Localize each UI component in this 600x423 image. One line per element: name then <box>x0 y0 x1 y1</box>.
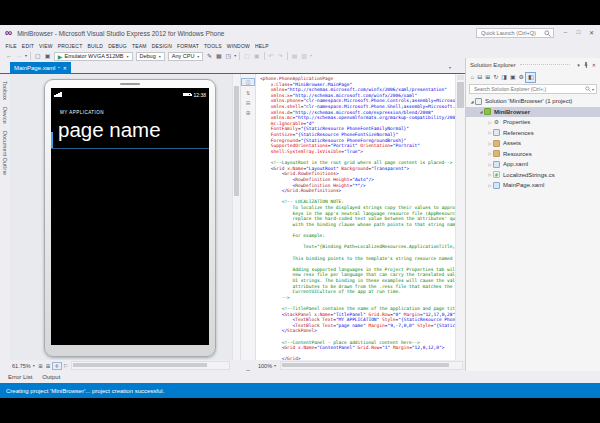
chevron-down-icon[interactable]: ▾ <box>274 363 276 368</box>
solution-search-input[interactable] <box>472 85 585 93</box>
swap-panes-icon[interactable]: ⇅ <box>241 90 255 96</box>
tree-item-localizedstrings-cs[interactable]: ▷#LocalizedStrings.cs <box>466 170 600 181</box>
new-project-icon[interactable]: ▢ <box>33 51 43 61</box>
tree-item-resources[interactable]: ▷Resources <box>466 149 600 160</box>
code-line[interactable]: with the binding clause whose path point… <box>260 222 455 228</box>
chevron-down-icon[interactable]: ▾ <box>33 363 35 368</box>
collapse-pane-icon[interactable]: ◫ <box>241 78 255 86</box>
tree-item-mainpage-xaml[interactable]: ▷MainPage.xaml <box>466 180 600 191</box>
quick-launch-box[interactable] <box>476 28 554 38</box>
code-line[interactable]: This binding points to the template's st… <box>260 256 455 262</box>
menu-item-debug[interactable]: DEBUG <box>106 43 130 49</box>
preview-selected-items-icon[interactable]: ◧ <box>525 72 536 83</box>
menu-item-file[interactable]: FILE <box>3 43 19 49</box>
xaml-editor[interactable]: <phone:PhoneApplicationPage x:Class="Min… <box>256 74 455 360</box>
build-icon[interactable]: ▦ <box>214 51 224 61</box>
menu-item-view[interactable]: VIEW <box>37 43 56 49</box>
designer-xaml-splitter[interactable]: ◫⇅⊟⊞ <box>240 74 256 360</box>
undo-icon[interactable]: ↶ <box>267 51 276 61</box>
solution-config-dropdown[interactable]: Debug ▾ <box>136 52 165 61</box>
horizontal-split-icon[interactable]: ⊟ <box>241 100 255 106</box>
phone-screen[interactable]: 12:38 MY APPLICATION page name <box>51 88 209 345</box>
menu-item-build[interactable]: BUILD <box>85 43 106 49</box>
tree-item-assets[interactable]: ▷Assets <box>466 138 600 149</box>
tree-item-properties[interactable]: ▷⚙Properties <box>466 117 600 128</box>
designer-canvas[interactable]: 12:38 MY APPLICATION page name <box>10 74 232 360</box>
maximize-button[interactable]: □ <box>572 26 585 38</box>
menu-item-project[interactable]: PROJECT <box>55 43 85 49</box>
splitter-bottom-handle[interactable]: ⊟ <box>240 360 256 371</box>
menu-item-format[interactable]: FORMAT <box>175 43 202 49</box>
editor-horizontal-scrollbar[interactable] <box>280 361 463 370</box>
side-tab-document-outline[interactable]: Document Outline <box>2 131 8 175</box>
phone-artboard[interactable]: 12:38 MY APPLICATION page name <box>44 79 216 357</box>
panel-close-icon[interactable]: ✕ <box>592 62 596 68</box>
save-icon[interactable]: ▢ <box>242 51 252 61</box>
snap-to-gridlines-icon[interactable]: ✛ <box>52 362 62 370</box>
designer-vertical-scrollbar[interactable] <box>232 74 240 360</box>
save-all-icon[interactable]: ▣ <box>252 51 262 61</box>
code-line[interactable]: <Grid x:Name="ContentPanel" Grid.Row="1"… <box>260 345 455 351</box>
nav-history-dropdown-icon[interactable]: ▾ <box>24 51 28 61</box>
nest-files-icon[interactable]: ◨ <box>500 73 509 82</box>
tree-item-solution-minibrowser-1-project[interactable]: ◢Solution 'MiniBrowser' (1 project) <box>466 96 600 107</box>
solution-platform-dropdown[interactable]: Any CPU ▾ <box>168 52 204 61</box>
panel-tab-error-list[interactable]: Error List <box>8 374 32 380</box>
page-title-textblock[interactable]: page name <box>58 118 209 142</box>
uncomment-icon[interactable]: ▥ <box>299 51 309 61</box>
pin-icon[interactable] <box>583 62 589 68</box>
show-all-files-icon[interactable]: ▣ <box>508 73 517 82</box>
solution-explorer-header[interactable]: Solution Explorer ▾ ✕ <box>466 58 600 71</box>
menu-item-team[interactable]: TEAM <box>129 43 149 49</box>
menu-item-edit[interactable]: EDIT <box>19 43 36 49</box>
close-button[interactable]: ✕ <box>585 26 598 38</box>
chevron-down-icon[interactable]: ▾ <box>592 87 594 92</box>
code-line[interactable]: Text="{Binding Path=LocalizedResources.A… <box>260 244 455 250</box>
editor-vertical-scrollbar[interactable] <box>455 74 465 360</box>
scrollbar-thumb[interactable] <box>282 363 448 367</box>
start-debug-target-dropdown[interactable]: ▶ Emulator WVGA 512MB ▾ <box>54 52 133 61</box>
app-title-textblock[interactable]: MY APPLICATION <box>60 110 209 115</box>
nav-forward-icon[interactable]: → <box>14 51 24 61</box>
nav-back-icon[interactable]: ← <box>4 51 14 61</box>
menu-item-tools[interactable]: TOOLS <box>201 43 224 49</box>
solution-search-box[interactable]: ▾ <box>469 84 597 94</box>
tree-item-app-xaml[interactable]: ▷App.xaml <box>466 159 600 170</box>
quick-launch-input[interactable] <box>479 29 544 37</box>
tab-mainpage-xaml[interactable]: MainPage.xaml ▪ ✕ <box>10 62 71 73</box>
open-file-icon[interactable]: ▣ <box>43 51 53 61</box>
window-position-chevron-icon[interactable]: ▾ <box>577 62 580 68</box>
scrollbar-split-handle[interactable] <box>457 75 464 80</box>
vertical-split-icon[interactable]: ⊞ <box>241 110 255 116</box>
menu-item-help[interactable]: HELP <box>252 43 271 49</box>
back-home-icon[interactable]: ⌂ <box>469 73 476 82</box>
tab-close-icon[interactable]: ✕ <box>63 65 67 71</box>
side-tab-toolbox[interactable]: Toolbox <box>2 81 8 100</box>
scrollbar-thumb[interactable] <box>457 82 464 108</box>
attach-debugger-icon[interactable]: ✎ <box>205 51 214 61</box>
designer-horizontal-scrollbar[interactable] <box>71 361 230 370</box>
redo-icon[interactable]: ↷ <box>276 51 285 61</box>
document-list-chevron-icon[interactable]: ▾ <box>449 65 451 70</box>
snap-grid-icon[interactable]: ⊞ <box>44 363 52 369</box>
panel-tab-output[interactable]: Output <box>42 374 60 380</box>
find-dropdown-icon[interactable]: ▾ <box>233 51 237 61</box>
snap-toggle-icon[interactable]: ⚐ <box>62 363 70 369</box>
scrollbar-thumb[interactable] <box>234 86 239 196</box>
grid-row-adorner-handle[interactable] <box>51 132 53 148</box>
tree-item-minibrowser[interactable]: ◢MiniBrowser <box>466 107 600 118</box>
minimize-button[interactable]: – <box>559 26 572 38</box>
side-tab-device[interactable]: Device <box>2 107 8 124</box>
tree-item-references[interactable]: ▷References <box>466 128 600 139</box>
sync-with-active-document-icon[interactable]: ⊞ <box>484 73 492 82</box>
properties-icon[interactable]: ⚙ <box>517 73 525 82</box>
collapse-all-icon[interactable]: ⊟ <box>476 73 484 82</box>
toolbar-overflow-icon[interactable]: ▾ <box>309 51 313 61</box>
editor-zoom-value[interactable]: 100% <box>258 363 272 369</box>
show-grid-icon[interactable]: ⊞ <box>37 363 45 369</box>
menu-item-design[interactable]: DESIGN <box>149 43 174 49</box>
find-in-files-icon[interactable]: ◳ <box>224 51 234 61</box>
comment-icon[interactable]: ▤ <box>290 51 300 61</box>
menu-item-window[interactable]: WINDOW <box>224 43 252 49</box>
scrollbar-thumb[interactable] <box>73 363 206 367</box>
